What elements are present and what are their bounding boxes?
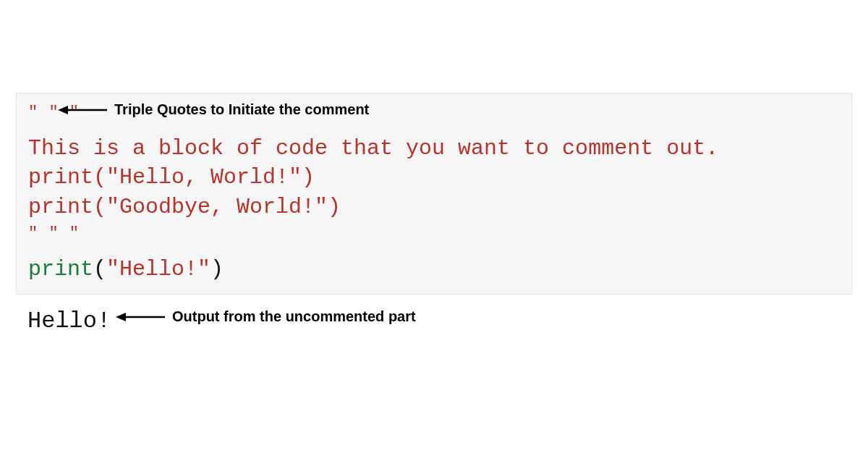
arrow-left-icon (58, 104, 109, 117)
annotation-top: Triple Quotes to Initiate the comment (58, 101, 369, 118)
annotation-text-bottom: Output from the uncommented part (172, 308, 416, 325)
paren-close: ) (210, 257, 224, 282)
executable-line: print("Hello!") (28, 255, 840, 284)
output-text: Hello! (27, 308, 111, 334)
triple-quote-close: " " " (28, 223, 840, 245)
comment-line-3: print("Goodbye, World!") (28, 193, 840, 222)
blank-line (28, 124, 840, 134)
blank-line (28, 245, 840, 255)
code-block: " " " This is a block of code that you w… (16, 93, 852, 295)
svg-marker-1 (58, 106, 68, 114)
comment-line-2: print("Hello, World!") (28, 163, 840, 193)
string-literal: "Hello!" (106, 257, 210, 282)
annotation-bottom: Output from the uncommented part (116, 308, 416, 325)
print-keyword: print (28, 165, 93, 190)
paren-open: ( (93, 165, 106, 190)
print-keyword: print (28, 257, 93, 282)
annotation-text-top: Triple Quotes to Initiate the comment (114, 101, 369, 118)
print-keyword: print (28, 195, 93, 219)
string-literal: "Goodbye, World!" (106, 195, 328, 219)
comment-line-1: This is a block of code that you want to… (28, 134, 840, 164)
string-literal: "Hello, World!" (106, 165, 302, 190)
paren-open: ( (93, 195, 106, 219)
svg-marker-3 (116, 313, 126, 321)
arrow-left-icon (116, 311, 166, 324)
paren-open: ( (93, 257, 106, 282)
paren-close: ) (328, 195, 341, 219)
paren-close: ) (302, 165, 315, 190)
